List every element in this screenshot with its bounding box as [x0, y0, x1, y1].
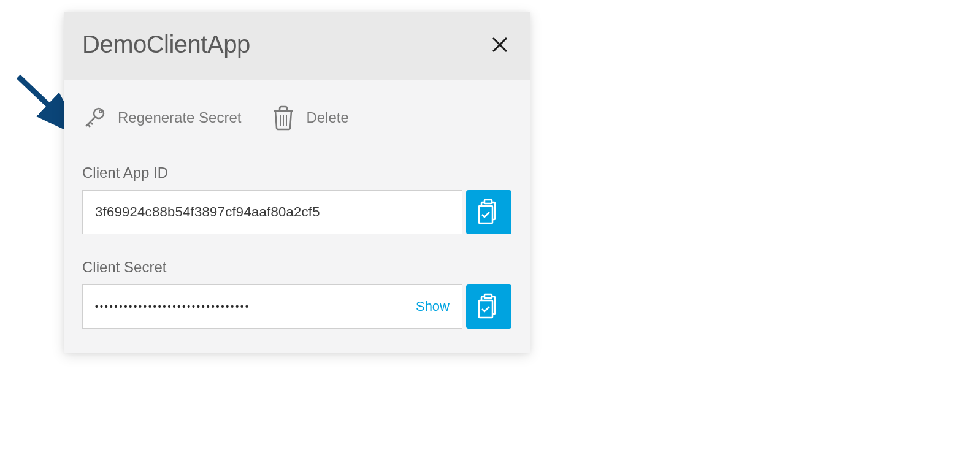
client-id-label: Client App ID	[82, 164, 511, 181]
trash-icon	[272, 105, 295, 131]
client-secret-input[interactable]: •••••••••••••••••••••••••••••••• Show	[82, 284, 462, 329]
svg-point-5	[99, 110, 102, 113]
regenerate-label: Regenerate Secret	[118, 109, 241, 126]
svg-rect-16	[484, 294, 492, 298]
copy-client-id-button[interactable]	[466, 190, 511, 234]
action-row: Regenerate Secret Delete	[82, 105, 511, 131]
regenerate-secret-button[interactable]: Regenerate Secret	[82, 105, 241, 131]
key-icon	[82, 105, 107, 130]
svg-rect-17	[479, 300, 492, 318]
client-id-row: 3f69924c88b54f3897cf94aaf80a2cf5	[82, 190, 511, 234]
show-secret-link[interactable]: Show	[416, 299, 450, 315]
delete-button[interactable]: Delete	[272, 105, 348, 131]
close-button[interactable]	[488, 33, 511, 56]
clipboard-check-icon	[477, 199, 501, 226]
clipboard-check-icon	[477, 293, 501, 320]
client-secret-row: •••••••••••••••••••••••••••••••• Show	[82, 284, 511, 329]
client-id-input[interactable]: 3f69924c88b54f3897cf94aaf80a2cf5	[82, 190, 462, 234]
client-secret-group: Client Secret ••••••••••••••••••••••••••…	[82, 259, 511, 329]
delete-label: Delete	[306, 109, 348, 126]
panel-header: DemoClientApp	[64, 12, 530, 80]
panel-title: DemoClientApp	[82, 31, 250, 58]
svg-rect-13	[484, 200, 492, 204]
client-secret-label: Client Secret	[82, 259, 511, 276]
copy-client-secret-button[interactable]	[466, 284, 511, 329]
client-id-group: Client App ID 3f69924c88b54f3897cf94aaf8…	[82, 164, 511, 234]
client-id-value: 3f69924c88b54f3897cf94aaf80a2cf5	[95, 204, 320, 220]
close-icon	[491, 36, 509, 54]
client-secret-masked-value: ••••••••••••••••••••••••••••••••	[95, 302, 250, 311]
panel-body: Regenerate Secret Delete Client App ID	[64, 80, 530, 353]
svg-point-4	[94, 109, 104, 118]
svg-line-8	[90, 122, 93, 124]
svg-rect-14	[479, 206, 492, 223]
svg-line-7	[88, 124, 90, 127]
client-app-panel: DemoClientApp Regenerate Secret	[64, 12, 530, 353]
